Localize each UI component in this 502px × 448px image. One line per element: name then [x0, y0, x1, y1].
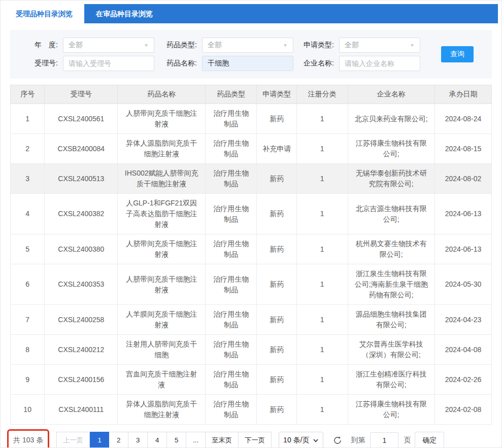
- table-cell: 1: [297, 395, 348, 425]
- table-cell: CXSL2400561: [45, 104, 118, 134]
- table-header-row: 序号 受理号 药品名称 药品类型 申请类型 注册分类 企业名称 承办日期: [11, 85, 492, 104]
- table-cell: 治疗用生物制品: [205, 134, 256, 164]
- table-cell: 新药: [257, 194, 297, 234]
- apply-type-select[interactable]: 全部 ▼: [339, 38, 420, 53]
- drug-type-filter: 药品类型: 全部 ▼: [154, 38, 293, 53]
- table-cell: 3: [11, 164, 45, 194]
- table-cell: CXSL2400382: [45, 194, 118, 234]
- table-cell: CXSL2400353: [45, 264, 118, 305]
- table-cell: 1: [297, 234, 348, 264]
- table-cell: CXSL2400513: [45, 164, 118, 194]
- table-cell: 无锡华泰创新药技术研究院有限公司;: [348, 164, 435, 194]
- table-cell: 人羊膜间充质干细胞注射液: [118, 305, 206, 335]
- table-cell: 人GLP-1和FGF21双因子高表达脂肪干细胞注射液: [118, 194, 206, 234]
- drug-type-label: 药品类型:: [161, 41, 197, 50]
- table-cell: 新药: [257, 164, 297, 194]
- table-cell: 人脐带间充质干细胞注射液: [118, 264, 206, 305]
- acceptance-no-label: 受理号:: [25, 59, 58, 68]
- apply-type-label: 申请类型:: [298, 41, 334, 50]
- apply-type-select-value: 全部: [345, 41, 359, 50]
- table-cell: 10: [11, 395, 45, 425]
- drug-name-filter: 药品名称:: [154, 56, 293, 71]
- table-cell: 治疗用生物制品: [205, 395, 256, 425]
- total-count: 共 103 条: [13, 436, 43, 444]
- total-count-highlight-box: 共 103 条: [7, 429, 49, 448]
- table-cell: 浙江泉生生物科技有限公司;海南新生泉干细胞药物有限公司;: [348, 264, 435, 305]
- tab-under-review-catalog[interactable]: 在审品种目录浏览: [84, 4, 164, 23]
- year-select[interactable]: 全部 ▼: [63, 38, 154, 53]
- company-name-input[interactable]: [339, 56, 420, 71]
- table-cell: 1: [297, 164, 348, 194]
- tab-bar: 受理品种目录浏览 在审品种目录浏览: [4, 4, 498, 23]
- table-cell: 2024-08-24: [435, 104, 492, 134]
- table-cell: 治疗用生物制品: [205, 194, 256, 234]
- table-cell: 杭州易文赛生物技术有限公司;: [348, 234, 435, 264]
- tab-accepted-catalog[interactable]: 受理品种目录浏览: [4, 4, 84, 23]
- table-cell: 新药: [257, 305, 297, 335]
- next-page-button[interactable]: 下一页: [239, 432, 272, 448]
- chevron-down-icon: ▼: [283, 43, 288, 48]
- table-cell: 8: [11, 335, 45, 365]
- chevron-down-icon: ▼: [144, 43, 149, 48]
- page-button-group: 上一页 12345 ... 至末页 下一页: [56, 432, 272, 448]
- table-cell: 2024-06-13: [435, 194, 492, 234]
- col-header-drug-name: 药品名称: [118, 85, 206, 104]
- drug-name-label: 药品名称:: [161, 59, 197, 68]
- drug-name-input[interactable]: [202, 56, 293, 71]
- table-cell: 宫血间充质干细胞注射液: [118, 365, 206, 395]
- filter-row-2: 受理号: 药品名称: 企业名称:: [10, 56, 492, 71]
- chevron-down-icon: ▼: [410, 43, 415, 48]
- table-cell: CXSL2400156: [45, 365, 118, 395]
- filter-row-1: 年 度: 全部 ▼ 药品类型: 全部 ▼ 申请类型: 全部 ▼: [10, 38, 492, 53]
- table-cell: 5: [11, 234, 45, 264]
- jump-page-input[interactable]: [370, 432, 398, 448]
- table-cell: 1: [297, 264, 348, 305]
- table-cell: 1: [297, 134, 348, 164]
- page-number-button[interactable]: 4: [148, 432, 167, 448]
- table-cell: 2024-04-23: [435, 305, 492, 335]
- table-cell: 人脐带间充质干细胞注射液: [118, 104, 206, 134]
- table-cell: CXSL2400111: [45, 395, 118, 425]
- drug-type-select-value: 全部: [208, 41, 222, 50]
- page-container: 受理品种目录浏览 在审品种目录浏览 年 度: 全部 ▼ 药品类型: 全部 ▼ 申…: [4, 4, 498, 448]
- page-number-button[interactable]: 2: [109, 432, 128, 448]
- refresh-icon[interactable]: [332, 435, 343, 445]
- page-number-button[interactable]: 3: [128, 432, 148, 448]
- company-name-label: 企业名称:: [298, 59, 334, 68]
- table-row: 9CXSL2400156宫血间充质干细胞注射液治疗用生物制品新药1浙江生创精准医…: [11, 365, 492, 395]
- table-cell: 2024-02-08: [435, 395, 492, 425]
- year-select-value: 全部: [69, 41, 83, 50]
- search-button[interactable]: 查询: [441, 46, 474, 62]
- table-cell: 新药: [257, 104, 297, 134]
- table-row: 10CXSL2400111异体人源脂肪间充质干细胞注射液治疗用生物制品新药1江苏…: [11, 395, 492, 425]
- table-cell: 治疗用生物制品: [205, 104, 256, 134]
- table-cell: 新药: [257, 234, 297, 264]
- table-cell: 治疗用生物制品: [205, 264, 256, 305]
- pagination-bar: 共 103 条 上一页 12345 ... 至末页 下一页 10 条/页 到第 …: [7, 429, 492, 448]
- page-size-value: 10 条/页: [283, 436, 309, 445]
- page-number-button[interactable]: 1: [90, 432, 109, 448]
- table-row: 4CXSL2400382人GLP-1和FGF21双因子高表达脂肪干细胞注射液治疗…: [11, 194, 492, 234]
- table-row: 1CXSL2400561人脐带间充质干细胞注射液治疗用生物制品新药1北京贝来药业…: [11, 104, 492, 134]
- drug-type-select[interactable]: 全部 ▼: [202, 38, 293, 53]
- table-cell: CXSL2400380: [45, 234, 118, 264]
- table-cell: 注射用人脐带间充质干细胞: [118, 335, 206, 365]
- confirm-button[interactable]: 确定: [415, 432, 444, 448]
- table-cell: 1: [297, 194, 348, 234]
- chevron-down-icon: [313, 437, 319, 443]
- acceptance-no-input[interactable]: [63, 56, 154, 71]
- page-size-select[interactable]: 10 条/页: [279, 432, 323, 448]
- table-row: 6CXSL2400353人脐带间充质干细胞注射液治疗用生物制品新药1浙江泉生生物…: [11, 264, 492, 305]
- table-cell: 新药: [257, 335, 297, 365]
- table-cell: 1: [297, 305, 348, 335]
- table-cell: 江苏得康生物科技有限公司;: [348, 134, 435, 164]
- table-cell: CXSB2400084: [45, 134, 118, 164]
- ellipsis-page-button[interactable]: ...: [186, 432, 206, 448]
- page-number-button[interactable]: 5: [167, 432, 186, 448]
- table-cell: 6: [11, 264, 45, 305]
- table-cell: 治疗用生物制品: [205, 305, 256, 335]
- table-cell: 2: [11, 134, 45, 164]
- prev-page-button[interactable]: 上一页: [56, 432, 90, 448]
- last-page-button[interactable]: 至末页: [206, 432, 239, 448]
- table-cell: 4: [11, 194, 45, 234]
